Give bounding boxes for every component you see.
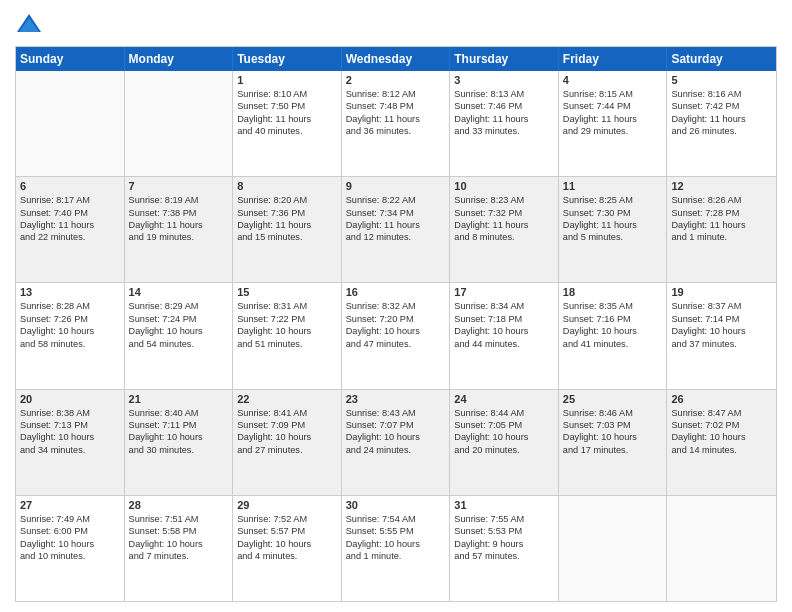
- cell-line: Sunset: 7:34 PM: [346, 207, 446, 219]
- header-day-saturday: Saturday: [667, 47, 776, 71]
- cell-line: Sunrise: 8:46 AM: [563, 407, 663, 419]
- cell-line: Daylight: 10 hours: [20, 431, 120, 443]
- calendar-cell: 20Sunrise: 8:38 AMSunset: 7:13 PMDayligh…: [16, 390, 125, 495]
- cell-line: Sunrise: 8:15 AM: [563, 88, 663, 100]
- calendar-cell: 29Sunrise: 7:52 AMSunset: 5:57 PMDayligh…: [233, 496, 342, 601]
- day-number: 6: [20, 180, 120, 192]
- day-number: 26: [671, 393, 772, 405]
- day-number: 27: [20, 499, 120, 511]
- day-number: 31: [454, 499, 554, 511]
- calendar-cell: 22Sunrise: 8:41 AMSunset: 7:09 PMDayligh…: [233, 390, 342, 495]
- cell-line: Sunrise: 8:20 AM: [237, 194, 337, 206]
- calendar-cell: 10Sunrise: 8:23 AMSunset: 7:32 PMDayligh…: [450, 177, 559, 282]
- day-number: 15: [237, 286, 337, 298]
- logo: [15, 10, 47, 38]
- cell-line: Sunset: 7:13 PM: [20, 419, 120, 431]
- cell-line: Daylight: 10 hours: [563, 431, 663, 443]
- cell-line: and 1 minute.: [671, 231, 772, 243]
- cell-line: and 51 minutes.: [237, 338, 337, 350]
- cell-line: Sunset: 7:22 PM: [237, 313, 337, 325]
- cell-line: and 22 minutes.: [20, 231, 120, 243]
- calendar-cell: 28Sunrise: 7:51 AMSunset: 5:58 PMDayligh…: [125, 496, 234, 601]
- day-number: 8: [237, 180, 337, 192]
- cell-line: Sunset: 7:40 PM: [20, 207, 120, 219]
- cell-line: and 20 minutes.: [454, 444, 554, 456]
- calendar-cell: 30Sunrise: 7:54 AMSunset: 5:55 PMDayligh…: [342, 496, 451, 601]
- day-number: 9: [346, 180, 446, 192]
- calendar-cell: 9Sunrise: 8:22 AMSunset: 7:34 PMDaylight…: [342, 177, 451, 282]
- cell-line: Sunset: 7:20 PM: [346, 313, 446, 325]
- cell-line: Daylight: 10 hours: [129, 431, 229, 443]
- cell-line: Sunrise: 8:10 AM: [237, 88, 337, 100]
- calendar-row-0: 1Sunrise: 8:10 AMSunset: 7:50 PMDaylight…: [16, 71, 776, 176]
- cell-line: Sunset: 7:16 PM: [563, 313, 663, 325]
- cell-line: and 1 minute.: [346, 550, 446, 562]
- cell-line: Daylight: 11 hours: [454, 113, 554, 125]
- cell-line: Sunrise: 8:28 AM: [20, 300, 120, 312]
- day-number: 1: [237, 74, 337, 86]
- cell-line: and 41 minutes.: [563, 338, 663, 350]
- cell-line: and 19 minutes.: [129, 231, 229, 243]
- cell-line: Sunrise: 7:54 AM: [346, 513, 446, 525]
- calendar-cell: 5Sunrise: 8:16 AMSunset: 7:42 PMDaylight…: [667, 71, 776, 176]
- day-number: 12: [671, 180, 772, 192]
- cell-line: Daylight: 10 hours: [346, 325, 446, 337]
- day-number: 21: [129, 393, 229, 405]
- cell-line: Sunrise: 8:23 AM: [454, 194, 554, 206]
- header-day-friday: Friday: [559, 47, 668, 71]
- calendar-cell: 31Sunrise: 7:55 AMSunset: 5:53 PMDayligh…: [450, 496, 559, 601]
- cell-line: Daylight: 10 hours: [237, 431, 337, 443]
- calendar-cell: 3Sunrise: 8:13 AMSunset: 7:46 PMDaylight…: [450, 71, 559, 176]
- cell-line: and 15 minutes.: [237, 231, 337, 243]
- cell-line: Daylight: 10 hours: [346, 538, 446, 550]
- calendar-cell: [125, 71, 234, 176]
- calendar-cell: 25Sunrise: 8:46 AMSunset: 7:03 PMDayligh…: [559, 390, 668, 495]
- cell-line: Daylight: 11 hours: [671, 113, 772, 125]
- calendar-cell: 11Sunrise: 8:25 AMSunset: 7:30 PMDayligh…: [559, 177, 668, 282]
- day-number: 29: [237, 499, 337, 511]
- cell-line: and 44 minutes.: [454, 338, 554, 350]
- cell-line: Sunrise: 8:29 AM: [129, 300, 229, 312]
- cell-line: and 7 minutes.: [129, 550, 229, 562]
- cell-line: Sunset: 7:48 PM: [346, 100, 446, 112]
- day-number: 16: [346, 286, 446, 298]
- day-number: 17: [454, 286, 554, 298]
- cell-line: and 14 minutes.: [671, 444, 772, 456]
- logo-icon: [15, 10, 43, 38]
- header-day-wednesday: Wednesday: [342, 47, 451, 71]
- cell-line: Sunset: 7:46 PM: [454, 100, 554, 112]
- cell-line: Sunset: 7:09 PM: [237, 419, 337, 431]
- cell-line: Daylight: 10 hours: [237, 325, 337, 337]
- header: [15, 10, 777, 38]
- cell-line: Sunrise: 8:12 AM: [346, 88, 446, 100]
- cell-line: Sunset: 5:57 PM: [237, 525, 337, 537]
- cell-line: Sunrise: 8:43 AM: [346, 407, 446, 419]
- cell-line: Sunset: 7:50 PM: [237, 100, 337, 112]
- header-day-thursday: Thursday: [450, 47, 559, 71]
- cell-line: and 4 minutes.: [237, 550, 337, 562]
- cell-line: Daylight: 11 hours: [129, 219, 229, 231]
- cell-line: and 37 minutes.: [671, 338, 772, 350]
- calendar-cell: 15Sunrise: 8:31 AMSunset: 7:22 PMDayligh…: [233, 283, 342, 388]
- cell-line: and 26 minutes.: [671, 125, 772, 137]
- calendar-cell: 1Sunrise: 8:10 AMSunset: 7:50 PMDaylight…: [233, 71, 342, 176]
- page: SundayMondayTuesdayWednesdayThursdayFrid…: [0, 0, 792, 612]
- cell-line: Daylight: 11 hours: [454, 219, 554, 231]
- day-number: 2: [346, 74, 446, 86]
- calendar-cell: [667, 496, 776, 601]
- calendar-cell: 26Sunrise: 8:47 AMSunset: 7:02 PMDayligh…: [667, 390, 776, 495]
- day-number: 22: [237, 393, 337, 405]
- cell-line: Sunrise: 8:37 AM: [671, 300, 772, 312]
- calendar-header: SundayMondayTuesdayWednesdayThursdayFrid…: [16, 47, 776, 71]
- cell-line: Daylight: 11 hours: [563, 113, 663, 125]
- cell-line: Sunrise: 8:13 AM: [454, 88, 554, 100]
- cell-line: Sunset: 7:42 PM: [671, 100, 772, 112]
- cell-line: Sunset: 5:53 PM: [454, 525, 554, 537]
- day-number: 10: [454, 180, 554, 192]
- cell-line: and 12 minutes.: [346, 231, 446, 243]
- cell-line: Sunset: 7:36 PM: [237, 207, 337, 219]
- day-number: 19: [671, 286, 772, 298]
- cell-line: Daylight: 10 hours: [454, 325, 554, 337]
- cell-line: Daylight: 11 hours: [237, 113, 337, 125]
- day-number: 23: [346, 393, 446, 405]
